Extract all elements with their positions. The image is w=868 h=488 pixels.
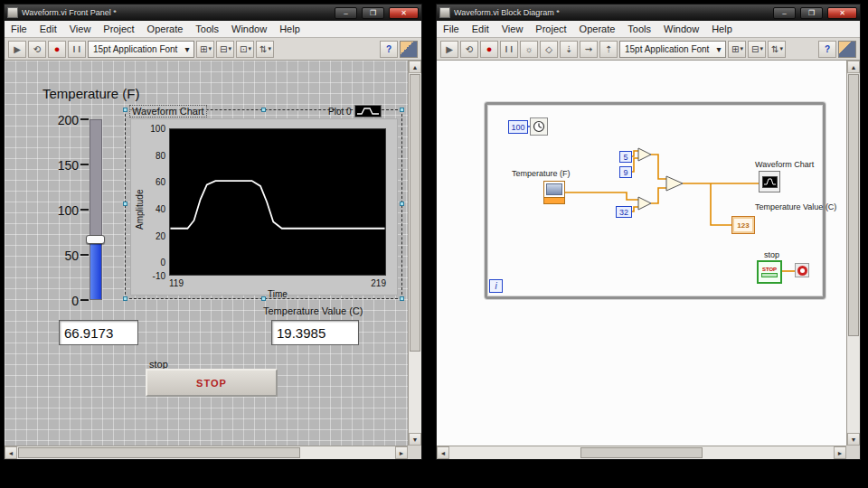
bd-temperature-label[interactable]: Temperature (F) [512, 169, 571, 178]
run-button[interactable]: ▶ [440, 41, 458, 58]
selection-handle[interactable] [400, 296, 404, 301]
chart-label[interactable]: Waveform Chart [129, 105, 207, 117]
menu-help[interactable]: Help [705, 21, 739, 37]
plot-area[interactable] [169, 128, 386, 276]
menu-file[interactable]: File [5, 21, 33, 37]
align-objects-button[interactable]: ⊞▾ [196, 41, 214, 58]
retain-wire-values-button[interactable]: ◇ [540, 41, 558, 58]
chart-legend[interactable]: Plot 0 [328, 105, 382, 117]
loop-iteration-terminal[interactable]: i [489, 279, 503, 293]
vertical-scrollbar[interactable]: ▲ ▼ [408, 61, 421, 446]
menu-tools[interactable]: Tools [189, 21, 225, 37]
stop-button[interactable]: STOP [146, 369, 278, 397]
waveform-chart-terminal[interactable] [759, 171, 780, 192]
menu-operate[interactable]: Operate [573, 21, 622, 37]
step-into-button[interactable]: ⇣ [560, 41, 578, 58]
scroll-down-arrow[interactable]: ▼ [847, 433, 860, 446]
scroll-thumb[interactable] [18, 447, 300, 458]
scroll-down-arrow[interactable]: ▼ [409, 433, 421, 446]
menu-view[interactable]: View [63, 21, 98, 37]
temperature-f-display[interactable]: 66.9173 [59, 320, 138, 345]
menu-help[interactable]: Help [273, 21, 307, 37]
context-help-button[interactable]: ? [818, 41, 836, 58]
run-continuous-button[interactable]: ⟲ [28, 41, 46, 58]
constant-5[interactable]: 5 [619, 151, 632, 163]
menu-project[interactable]: Project [529, 21, 572, 37]
divide-node[interactable] [637, 147, 652, 162]
highlight-execution-button[interactable]: ☼ [520, 41, 538, 58]
scroll-thumb[interactable] [410, 74, 420, 352]
selection-handle[interactable] [400, 108, 404, 112]
context-help-button[interactable]: ? [380, 41, 398, 58]
subtract-node[interactable] [637, 196, 652, 211]
menu-edit[interactable]: Edit [33, 21, 63, 37]
resize-objects-button[interactable]: ⊡▾ [236, 41, 254, 58]
minimize-button[interactable]: – [773, 7, 796, 19]
scroll-right-arrow[interactable]: ► [395, 446, 408, 459]
reorder-button[interactable]: ⇅▾ [768, 41, 786, 58]
scroll-left-arrow[interactable]: ◄ [5, 446, 17, 459]
constant-32[interactable]: 32 [616, 206, 632, 218]
scroll-right-arrow[interactable]: ► [834, 446, 846, 459]
scroll-thumb[interactable] [580, 447, 703, 458]
font-selector[interactable]: 15pt Application Font ▾ [88, 41, 194, 58]
temperature-daq-terminal[interactable] [543, 181, 565, 204]
front-panel-titlebar[interactable]: Waveform.vi Front Panel * – ❐ ✕ [5, 5, 421, 21]
selection-handle[interactable] [123, 296, 127, 301]
bd-stop-label[interactable]: stop [764, 250, 779, 259]
selection-handle[interactable] [400, 202, 404, 206]
distribute-objects-button[interactable]: ⊟▾ [748, 41, 766, 58]
selection-handle[interactable] [123, 108, 127, 112]
menu-window[interactable]: Window [225, 21, 273, 37]
scroll-thumb[interactable] [848, 74, 859, 336]
temperature-c-display[interactable]: 19.3985 [271, 320, 359, 345]
block-diagram-titlebar[interactable]: Waveform.vi Block Diagram * – ❐ ✕ [437, 5, 860, 21]
menu-edit[interactable]: Edit [466, 21, 495, 37]
menu-window[interactable]: Window [657, 21, 705, 37]
front-panel-canvas[interactable]: Temperature (F) 200 150 100 50 0 [5, 61, 408, 446]
vertical-scrollbar[interactable]: ▲ ▼ [846, 61, 860, 446]
constant-9[interactable]: 9 [619, 166, 632, 178]
pause-button[interactable]: ❙❙ [500, 41, 518, 58]
temperature-c-terminal[interactable]: 123 [731, 216, 755, 234]
menu-file[interactable]: File [437, 21, 466, 37]
maximize-button[interactable]: ❐ [362, 7, 384, 19]
labview-toolbar-icon[interactable] [838, 41, 856, 58]
step-out-button[interactable]: ⇡ [599, 41, 618, 58]
multiply-node[interactable] [665, 175, 684, 192]
menu-operate[interactable]: Operate [141, 21, 190, 37]
labview-toolbar-icon[interactable] [400, 41, 418, 58]
menu-view[interactable]: View [495, 21, 530, 37]
stop-boolean-terminal[interactable]: STOP [757, 260, 782, 284]
distribute-objects-button[interactable]: ⊟▾ [216, 41, 234, 58]
align-objects-button[interactable]: ⊞▾ [728, 41, 746, 58]
wait-ms-timer-icon[interactable] [530, 117, 548, 136]
wait-ms-constant[interactable]: 100 [508, 120, 528, 134]
step-over-button[interactable]: ⇝ [580, 41, 598, 58]
font-selector[interactable]: 15pt Application Font ▾ [619, 41, 726, 58]
scroll-left-arrow[interactable]: ◄ [437, 446, 449, 459]
run-continuous-button[interactable]: ⟲ [460, 41, 478, 58]
abort-button[interactable]: ● [480, 41, 498, 58]
temperature-slider[interactable] [90, 119, 102, 300]
close-button[interactable]: ✕ [827, 7, 857, 19]
scroll-up-arrow[interactable]: ▲ [847, 61, 860, 73]
block-diagram-canvas[interactable]: 100 Temperature (F) 5 9 32 [437, 61, 846, 446]
minimize-button[interactable]: – [335, 7, 357, 19]
run-button[interactable]: ▶ [8, 41, 26, 58]
selection-handle[interactable] [261, 108, 266, 112]
pause-button[interactable]: ❙❙ [68, 41, 86, 58]
close-button[interactable]: ✕ [389, 7, 419, 19]
slider-handle[interactable] [86, 235, 105, 244]
waveform-chart[interactable]: Amplitude 100 80 60 40 20 0 -10 119 219 … [130, 118, 398, 296]
horizontal-scrollbar[interactable]: ◄ ► [5, 446, 408, 459]
abort-button[interactable]: ● [48, 41, 66, 58]
reorder-button[interactable]: ⇅▾ [256, 41, 274, 58]
maximize-button[interactable]: ❐ [800, 7, 823, 19]
menu-tools[interactable]: Tools [621, 21, 657, 37]
loop-condition-terminal[interactable] [795, 263, 809, 277]
bd-waveform-chart-label[interactable]: Waveform Chart [755, 160, 814, 169]
horizontal-scrollbar[interactable]: ◄ ► [437, 446, 846, 459]
selection-handle[interactable] [123, 202, 127, 206]
menu-project[interactable]: Project [97, 21, 140, 37]
